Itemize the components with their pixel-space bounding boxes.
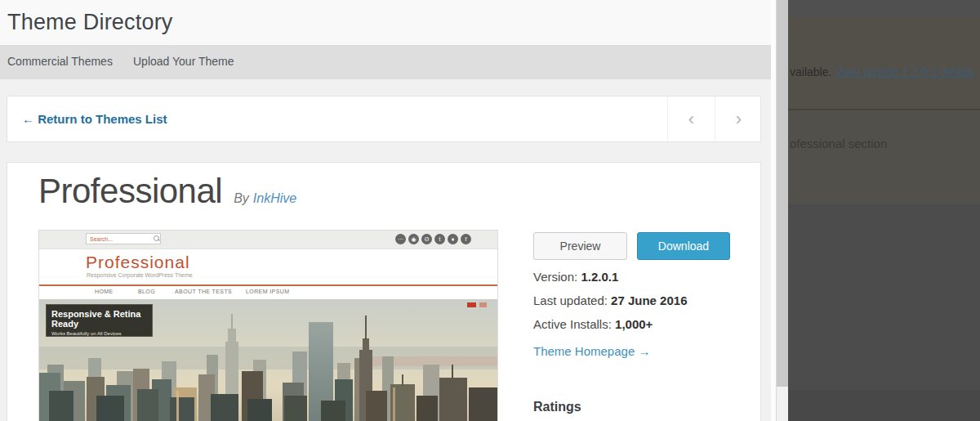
download-button[interactable]: Download (637, 232, 730, 260)
next-theme-button[interactable]: › (715, 96, 762, 141)
vine-icon: ♦ (448, 234, 458, 244)
page-header: Theme Directory (0, 0, 771, 45)
screenshot-menu-blog: BLOG (138, 289, 155, 294)
screenshot-search-input (86, 233, 161, 244)
scrollbar-track[interactable] (776, 0, 788, 421)
last-updated-row: Last updated: 27 June 2016 (533, 293, 687, 307)
active-installs-label: Active Installs: (533, 317, 615, 331)
last-updated-label: Last updated: (533, 293, 611, 307)
nav-commercial-themes[interactable]: Commercial Themes (7, 55, 113, 68)
theme-screenshot: ⋯ ◉ ʘ t ♦ f Professional Responsive Corp… (38, 230, 498, 421)
dribbble-icon: ◉ (408, 234, 419, 244)
ratings-heading: Ratings (533, 400, 581, 414)
slider-prev-icon (467, 302, 476, 307)
preview-button[interactable]: Preview (533, 232, 627, 260)
screenshot-tagline: Responsive Corporate WordPress Theme (87, 272, 193, 278)
theme-name: Professional (38, 172, 222, 211)
screenshot-menu-lorem: LOREM IPSUM (246, 289, 289, 294)
theme-title-row: Professional By InkHive (38, 172, 296, 211)
view-version-details-link[interactable]: View version 1.2.0.1 details (835, 65, 973, 78)
screenshot-menu-home: HOME (95, 289, 114, 294)
screenshot-topbar: ⋯ ◉ ʘ t ♦ f (39, 231, 497, 249)
slider-next-icon (479, 302, 487, 307)
banner-title: Responsive & Retina Ready (51, 309, 152, 329)
directory-nav: Commercial Themes Upload Your Theme (0, 45, 771, 79)
version-row: Version: 1.2.0.1 (533, 270, 618, 284)
city-skyline-photo: Responsive & Retina Ready Works Beautifu… (39, 299, 497, 421)
twitter-icon: t (434, 234, 445, 244)
previous-theme-button[interactable]: ‹ (667, 96, 715, 141)
nav-upload-your-theme[interactable]: Upload Your Theme (133, 55, 234, 68)
update-notice-text: vailable. View version 1.2.0.1 details (790, 65, 973, 78)
search-icon (154, 235, 159, 241)
dimmed-update-notice: vailable. View version 1.2.0.1 details (788, 16, 980, 110)
screenshot-site-logo: Professional (86, 253, 190, 272)
screen: Theme Directory Commercial Themes Upload… (0, 0, 980, 421)
dimmed-admin-page: vailable. View version 1.2.0.1 details o… (788, 0, 980, 421)
section-fragment-text: ofessional section (790, 137, 887, 150)
version-value: 1.2.0.1 (581, 270, 618, 284)
last-updated-value: 27 June 2016 (611, 293, 687, 307)
version-label: Version: (533, 270, 581, 284)
dimmed-admin-topbar (788, 0, 980, 16)
return-toolbar: ← Return to Themes List ‹ › (7, 96, 761, 142)
theme-directory-page: Theme Directory Commercial Themes Upload… (0, 0, 771, 421)
active-installs-row: Active Installs: 1,000+ (533, 317, 653, 331)
dimmed-lower-block (788, 390, 980, 421)
scrollbar-thumb[interactable] (777, 0, 788, 387)
banner-subtitle: Works Beautifully on All Devices (51, 331, 152, 336)
return-to-themes-link[interactable]: ← Return to Themes List (22, 112, 167, 126)
theme-by-label: By (234, 191, 249, 206)
rss-icon: ʘ (421, 234, 432, 244)
facebook-icon: f (461, 234, 471, 244)
screenshot-menu-about: ABOUT THE TESTS (175, 289, 232, 294)
dimmed-section-block: ofessional section (788, 110, 980, 204)
flickr-icon: ⋯ (395, 234, 406, 244)
theme-homepage-link[interactable]: Theme Homepage → (533, 344, 650, 358)
page-title: Theme Directory (7, 10, 173, 35)
screenshot-social-icons: ⋯ ◉ ʘ t ♦ f (395, 234, 471, 244)
notice-fragment: vailable. (790, 65, 835, 78)
active-installs-value: 1,000+ (615, 317, 653, 331)
theme-author-link[interactable]: InkHive (253, 191, 296, 206)
screenshot-accent-rule (39, 284, 497, 286)
screenshot-hero-banner: Responsive & Retina Ready Works Beautifu… (46, 304, 153, 337)
